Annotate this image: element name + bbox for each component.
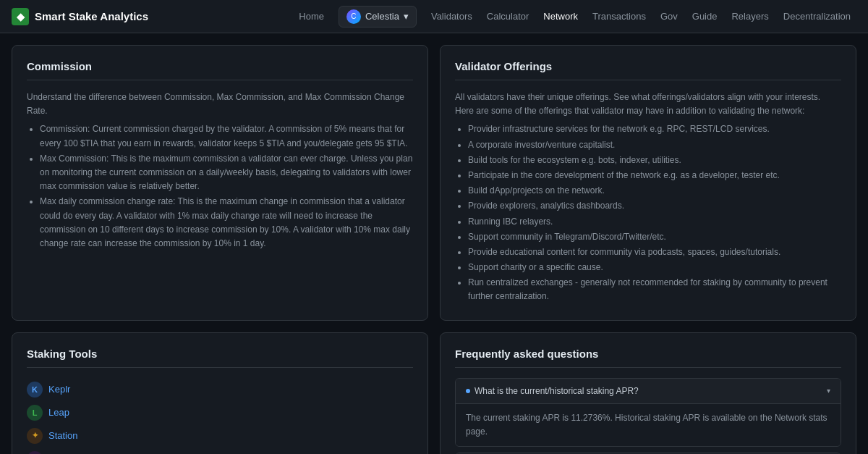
brand: ◆ Smart Stake Analytics	[12, 8, 148, 25]
celestia-selector[interactable]: C Celestia ▾	[339, 6, 417, 28]
offering-item-10: Run centralized exchanges - generally no…	[468, 276, 841, 303]
staking-tools-card: Staking Tools K Keplr L Leap ✦ Station ⟳…	[12, 332, 428, 454]
offering-item-7: Support community in Telegram/Discord/Tw…	[468, 230, 841, 244]
brand-name: Smart Stake Analytics	[35, 10, 148, 22]
commission-item-3: Max daily commission change rate: This i…	[40, 195, 413, 251]
offering-item-6: Running IBC relayers.	[468, 215, 841, 229]
faq-card: Frequently asked questions What is the c…	[440, 332, 856, 454]
nav-relayers[interactable]: Relayers	[726, 8, 774, 25]
chevron-down-icon: ▾	[404, 11, 409, 22]
commission-title: Commission	[27, 60, 413, 80]
nav-decentralization[interactable]: Decentralization	[778, 8, 856, 25]
offering-item-0: Provider infrastructure services for the…	[468, 122, 841, 136]
tool-station[interactable]: ✦ Station	[27, 424, 413, 447]
validator-offerings-intro: All validators have their unique offerin…	[455, 91, 841, 118]
commission-item-2: Max Commission: This is the maximum comm…	[40, 152, 413, 194]
nav-calculator[interactable]: Calculator	[481, 8, 535, 25]
offering-item-4: Build dApp/projects on the network.	[468, 184, 841, 198]
keplr-icon: K	[27, 382, 43, 398]
offering-item-9: Support charity or a specific cause.	[468, 261, 841, 274]
commission-subtitle: Understand the difference between Commis…	[27, 91, 413, 118]
station-label: Station	[48, 430, 77, 441]
commission-list: Commission: Current commission charged b…	[27, 122, 413, 251]
leap-label: Leap	[48, 407, 69, 418]
staking-tools-list: K Keplr L Leap ✦ Station ⟳ Restake ◎ Yie…	[27, 378, 413, 454]
nav-validators[interactable]: Validators	[425, 8, 478, 25]
nav-network[interactable]: Network	[537, 8, 584, 25]
tool-leap[interactable]: L Leap	[27, 401, 413, 424]
tool-keplr[interactable]: K Keplr	[27, 378, 413, 401]
offering-item-5: Provide explorers, analytics dashboards.	[468, 199, 841, 213]
faq-answer-text-0: The current staking APR is 11.2736%. His…	[466, 413, 827, 437]
offering-item-3: Participate in the core development of t…	[468, 169, 841, 182]
faq-item-0: What is the current/historical staking A…	[455, 378, 841, 447]
validator-offerings-list: Provider infrastructure services for the…	[455, 122, 841, 303]
main-content: Commission Understand the difference bet…	[0, 33, 868, 454]
celestia-avatar: C	[346, 9, 361, 24]
commission-item-1: Commission: Current commission charged b…	[40, 122, 413, 150]
chevron-icon-0: ▾	[827, 387, 830, 395]
celestia-label: Celestia	[365, 11, 399, 22]
faq-answer-0: The current staking APR is 11.2736%. His…	[456, 403, 841, 446]
nav-home[interactable]: Home	[293, 8, 330, 25]
offering-item-8: Provide educational content for communit…	[468, 245, 841, 259]
staking-tools-title: Staking Tools	[27, 348, 413, 368]
offering-item-1: A corporate investor/venture capitalist.	[468, 138, 841, 152]
station-icon: ✦	[27, 428, 43, 444]
faq-bullet-0	[466, 389, 470, 393]
brand-icon: ◆	[12, 8, 29, 25]
faq-title: Frequently asked questions	[455, 348, 841, 368]
restake-icon: ⟳	[27, 451, 43, 454]
tool-restake[interactable]: ⟳ Restake	[27, 447, 413, 454]
commission-card: Commission Understand the difference bet…	[12, 45, 428, 321]
faq-question-0[interactable]: What is the current/historical staking A…	[456, 379, 841, 403]
nav-guide[interactable]: Guide	[686, 8, 723, 25]
faq-question-text-0: What is the current/historical staking A…	[475, 386, 639, 396]
nav-links: Home C Celestia ▾ Validators Calculator …	[293, 6, 856, 28]
keplr-label: Keplr	[48, 384, 70, 395]
leap-icon: L	[27, 405, 43, 421]
navbar: ◆ Smart Stake Analytics Home C Celestia …	[0, 0, 868, 33]
nav-transactions[interactable]: Transactions	[587, 8, 652, 25]
validator-offerings-title: Validator Offerings	[455, 60, 841, 80]
offering-item-2: Build tools for the ecosystem e.g. bots,…	[468, 154, 841, 167]
nav-gov[interactable]: Gov	[655, 8, 684, 25]
validator-offerings-card: Validator Offerings All validators have …	[440, 45, 856, 321]
